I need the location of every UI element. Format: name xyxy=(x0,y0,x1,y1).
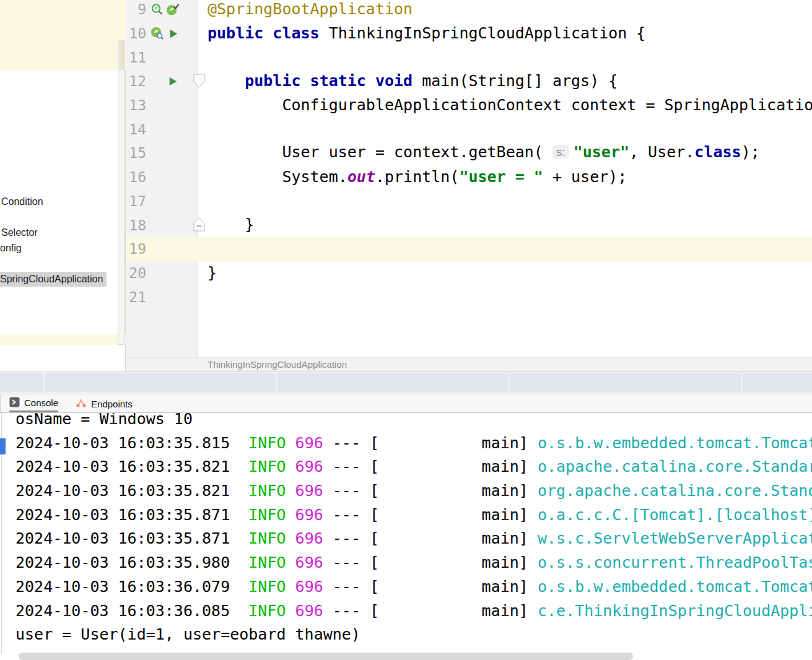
code-segment-plain xyxy=(286,434,295,452)
run-tool-window: Console Endpoints osName = Windows 10202… xyxy=(0,393,812,660)
editor-line-16[interactable]: 16 System.out.println("user = " + user); xyxy=(126,165,812,189)
tab-endpoints[interactable]: Endpoints xyxy=(76,395,133,412)
code-segment-plain: 2024-10-03 16:03:35.980 xyxy=(15,554,248,571)
line-number: 21 xyxy=(126,289,146,305)
code-editor[interactable]: 9@SpringBootApplication10public class Th… xyxy=(126,0,812,357)
code-segment-plain xyxy=(286,458,295,475)
console-line: user = User(id=1, user=eobard thawne) xyxy=(15,623,812,647)
line-number: 20 xyxy=(126,265,146,281)
panel-segment[interactable] xyxy=(45,373,276,392)
breadcrumb[interactable]: ThinkingInSpringCloudApplication xyxy=(126,358,812,371)
code-segment-plain xyxy=(286,578,295,596)
code-segment-pid: 696 xyxy=(295,482,323,500)
code-segment-info: INFO xyxy=(248,554,286,571)
tree-item-onfig[interactable]: onfig xyxy=(0,242,22,254)
code-segment-ann: @SpringBootApplication xyxy=(207,0,413,18)
fold-marker-bottom[interactable] xyxy=(193,217,206,235)
code-segment-logger: o.a.c.c.C.[Tomcat].[localhost] xyxy=(538,506,812,524)
run-icon[interactable] xyxy=(167,27,180,40)
spring-bean-icon[interactable] xyxy=(151,27,164,40)
tool-window-stripe-icon[interactable] xyxy=(0,438,6,454)
console-line: 2024-10-03 16:03:35.980 INFO 696 --- [ m… xyxy=(15,551,812,575)
code-segment-plain xyxy=(286,506,295,524)
project-structure-panel: ConditionSelectoronfigSpringCloudApplica… xyxy=(0,0,126,371)
code-segment-plain: --- [ main] xyxy=(323,458,538,475)
run-icon[interactable] xyxy=(166,75,179,88)
code-segment-plain: main(String[] args) { xyxy=(413,72,618,90)
tab-console[interactable]: Console xyxy=(9,395,58,412)
tool-window-tabbar: Console Endpoints xyxy=(0,395,812,413)
code-segment-plain: 2024-10-03 16:03:36.079 xyxy=(15,578,248,596)
code-segment-logger: w.s.c.ServletWebServerApplicat xyxy=(538,529,812,547)
editor-line-13[interactable]: 13 ConfigurableApplicationContext contex… xyxy=(126,93,812,118)
editor-line-10[interactable]: 10public class ThinkingInSpringCloudAppl… xyxy=(126,22,812,46)
editor-line-19[interactable]: 19 xyxy=(126,237,812,261)
panel-highlight-block-top xyxy=(0,0,126,70)
editor-line-17[interactable]: 17 xyxy=(126,189,812,214)
tab-console-label: Console xyxy=(24,397,58,408)
endpoints-icon xyxy=(76,397,87,410)
panel-scrollbar-thumb[interactable] xyxy=(119,41,124,70)
code-segment-plain: 2024-10-03 16:03:35.871 xyxy=(15,529,248,547)
panel-segment[interactable] xyxy=(277,373,509,392)
line-number: 9 xyxy=(126,1,146,17)
console-line: 2024-10-03 16:03:35.815 INFO 696 --- [ m… xyxy=(15,432,812,456)
spring-check-icon[interactable] xyxy=(166,3,180,16)
code-segment-plain: --- [ main] xyxy=(323,529,538,547)
panel-segment[interactable] xyxy=(743,373,812,392)
panel-vertical-scrollbar[interactable] xyxy=(118,40,125,345)
line-number: 12 xyxy=(126,73,146,89)
code-segment-logger: o.s.b.w.embedded.tomcat.Tomcat xyxy=(538,578,812,596)
line-number: 14 xyxy=(126,121,146,137)
editor-line-11[interactable]: 11 xyxy=(126,45,812,69)
code-segment-plain: --- [ main] xyxy=(323,602,538,620)
code-segment-logger: c.e.ThinkingInSpringCloudAppli xyxy=(538,602,812,620)
panel-highlight-block-mid xyxy=(0,334,126,345)
tree-item-selector[interactable]: Selector xyxy=(1,227,38,239)
code-segment-plain: --- [ main] xyxy=(323,482,538,500)
code-segment-plain: System. xyxy=(207,168,347,186)
code-segment-kw: class xyxy=(694,143,741,161)
code-segment-plain: 2024-10-03 16:03:35.871 xyxy=(15,506,248,524)
code-segment-plain: ConfigurableApplicationContext context =… xyxy=(207,96,812,114)
code-segment-pid: 696 xyxy=(295,578,323,596)
console-horizontal-scrollbar[interactable] xyxy=(19,653,633,660)
line-number: 15 xyxy=(126,145,146,161)
editor-line-12[interactable]: 12 public static void main(String[] args… xyxy=(126,69,812,93)
editor-line-9[interactable]: 9@SpringBootApplication xyxy=(126,0,812,22)
code-segment-plain xyxy=(286,529,295,547)
editor-line-14[interactable]: 14 xyxy=(126,117,812,141)
editor-line-15[interactable]: 15 User user = context.getBean( s:"user"… xyxy=(126,141,812,165)
line-number: 16 xyxy=(126,169,146,185)
code-segment-plain: User user = context.getBean( xyxy=(207,143,552,161)
code-segment-hint: s: xyxy=(552,145,569,159)
spring-search-icon[interactable] xyxy=(151,3,164,16)
code-segment-plain: ThinkingInSpringCloudApplication { xyxy=(320,24,646,42)
code-segment-plain: } xyxy=(207,264,217,282)
code-segment-info: INFO xyxy=(248,458,286,475)
editor-line-20[interactable]: 20} xyxy=(126,261,812,285)
code-text: public static void main(String[] args) { xyxy=(198,69,618,93)
line-number: 17 xyxy=(126,193,146,209)
editor-line-21[interactable]: 21 xyxy=(126,285,812,309)
code-text: ConfigurableApplicationContext context =… xyxy=(198,93,812,118)
code-segment-plain xyxy=(286,602,295,620)
line-number: 18 xyxy=(126,217,146,233)
panel-segment[interactable] xyxy=(0,373,43,392)
editor-line-18[interactable]: 18 } xyxy=(126,213,812,237)
code-segment-pid: 696 xyxy=(295,529,323,547)
code-segment-plain: --- [ main] xyxy=(323,434,538,452)
breadcrumb-bar: ThinkingInSpringCloudApplication xyxy=(126,357,812,371)
code-text: System.out.println("user = " + user); xyxy=(198,165,627,189)
console-output[interactable]: osName = Windows 102024-10-03 16:03:35.8… xyxy=(2,407,812,660)
tree-item-springcloudapplication[interactable]: SpringCloudApplication xyxy=(0,272,107,287)
line-number: 13 xyxy=(126,97,146,113)
panel-segment[interactable] xyxy=(510,373,741,392)
fold-marker-top[interactable] xyxy=(193,74,206,91)
code-text: public class ThinkingInSpringCloudApplic… xyxy=(198,22,645,46)
console-line: 2024-10-03 16:03:36.085 INFO 696 --- [ m… xyxy=(15,599,812,623)
code-text: } xyxy=(198,213,254,237)
tree-item-condition[interactable]: Condition xyxy=(1,196,43,208)
collapsed-panels-band xyxy=(0,371,812,393)
code-segment-plain xyxy=(286,554,295,571)
